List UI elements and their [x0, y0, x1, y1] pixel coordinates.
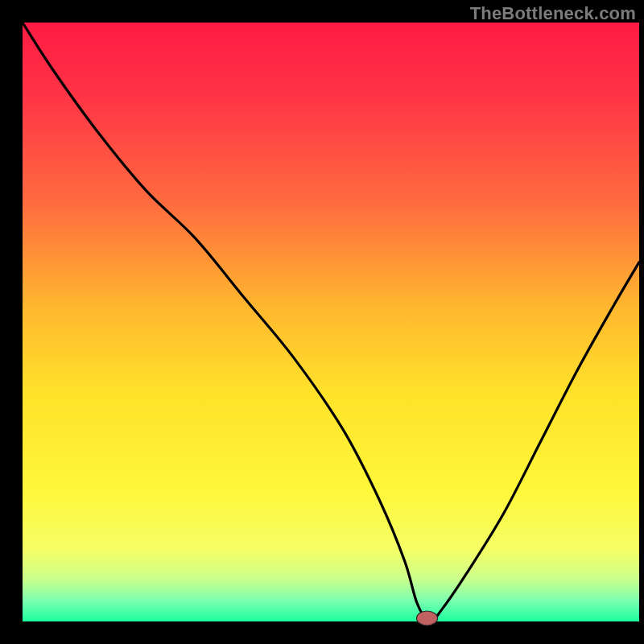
plot-area: [23, 23, 639, 621]
chart-container: { "watermark": "TheBottleneck.com", "plo…: [0, 0, 644, 644]
watermark-label: TheBottleneck.com: [470, 3, 636, 24]
bottleneck-chart: [0, 0, 644, 644]
optimum-marker: [416, 611, 437, 625]
